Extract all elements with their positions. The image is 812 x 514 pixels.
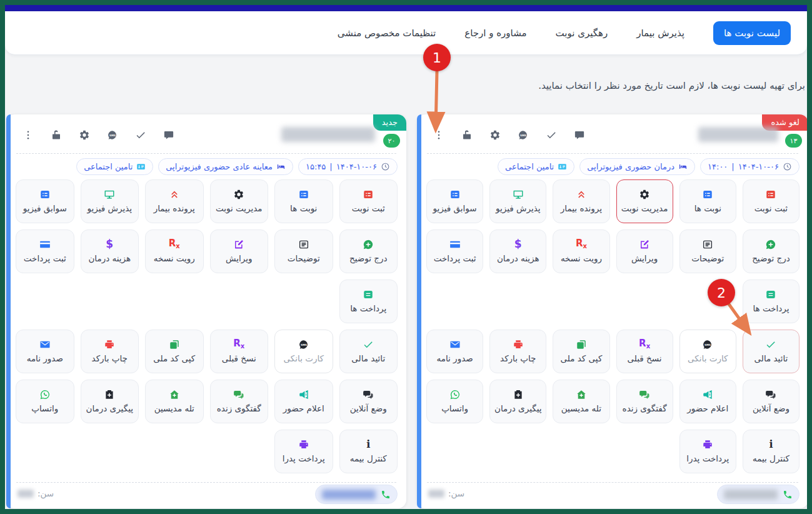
action-button[interactable]: ویرایش — [210, 229, 269, 273]
action-button[interactable]: سوابق فیزیو — [16, 179, 74, 223]
phone-pill[interactable] — [315, 485, 398, 504]
action-button[interactable]: پرونده بیمار — [553, 179, 609, 223]
action-button[interactable]: واتساپ — [426, 380, 483, 423]
gear-icon[interactable] — [489, 129, 501, 141]
tab-appointments-list[interactable]: لیست نوبت ها — [713, 21, 791, 45]
action-button[interactable]: کپی کد ملی — [145, 330, 204, 373]
action-button[interactable]: اعلام حضور — [274, 380, 333, 423]
sms-icon[interactable]: SMS — [518, 129, 529, 141]
action-button[interactable]: واتساپ — [16, 380, 74, 423]
kebab-menu-icon[interactable] — [23, 129, 34, 141]
action-button[interactable]: iکنترل بیمه — [743, 430, 799, 473]
action-row: iکنترل بیمهپرداخت پدرا — [426, 430, 799, 473]
action-button[interactable]: $هزینه درمان — [81, 229, 139, 273]
lock-open-icon[interactable] — [461, 129, 473, 141]
schedule-tag: ۱۴۰۴-۱۰-۰۶ | ۱۴:۰۰ — [700, 158, 799, 175]
action-row: پرداخت ها — [426, 280, 799, 323]
action-button[interactable]: گفتگوی زنده — [616, 380, 673, 423]
check-icon[interactable] — [135, 129, 146, 141]
action-button[interactable]: درج توضیح — [743, 229, 799, 273]
phone-icon — [783, 490, 793, 500]
action-button[interactable]: پرداخت پدرا — [679, 430, 736, 473]
action-button[interactable]: ویرایش — [616, 229, 673, 273]
action-button-label: گفتگوی زنده — [623, 403, 667, 415]
action-button[interactable]: پرداخت پدرا — [274, 430, 333, 473]
action-button[interactable]: تله مدیسین — [553, 380, 609, 423]
phone-icon — [381, 490, 391, 500]
action-button[interactable]: ثبت پرداخت — [16, 229, 74, 273]
tab-secretary-settings[interactable]: تنظیمات مخصوص منشی — [338, 28, 436, 39]
action-button[interactable]: تائید مالی — [743, 330, 799, 373]
action-button[interactable]: ثبت نوبت — [339, 179, 398, 223]
phone-pill[interactable] — [717, 485, 799, 504]
action-button[interactable]: مدیریت نوبت — [616, 179, 673, 223]
action-button[interactable]: توضیحات — [679, 229, 736, 273]
action-button[interactable]: وضع آنلاین — [743, 380, 799, 423]
action-button[interactable]: تله مدیسین — [145, 380, 204, 423]
printer-icon — [702, 439, 713, 450]
megaphone-icon — [702, 389, 713, 400]
action-button[interactable]: صدور نامه — [16, 330, 74, 373]
chat-icon[interactable] — [574, 129, 585, 141]
sms-icon[interactable]: SMS — [107, 129, 118, 141]
action-button[interactable]: Rxنسخ قبلی — [210, 330, 269, 373]
action-button[interactable]: $هزینه درمان — [489, 229, 546, 273]
tab-appointment-tracking[interactable]: رهگیری نوبت — [556, 28, 608, 39]
action-button[interactable]: درج توضیح — [339, 229, 398, 273]
action-button[interactable]: Rxرویت نسخه — [145, 229, 204, 273]
kebab-menu-icon[interactable] — [433, 129, 444, 141]
bed-icon — [678, 162, 688, 171]
action-button[interactable]: پذیرش فیزیو — [489, 179, 546, 223]
action-button[interactable]: iکنترل بیمه — [339, 430, 398, 473]
chat-icon[interactable] — [163, 129, 174, 141]
action-button[interactable]: مدیریت نوبت — [210, 179, 269, 223]
action-button[interactable]: پیگیری درمان — [81, 380, 139, 423]
action-button[interactable]: گفتگوی زنده — [210, 380, 269, 423]
action-button-label: رویت نسخه — [154, 253, 195, 265]
action-button[interactable]: کپی کد ملی — [553, 330, 609, 373]
pen-square-icon — [233, 239, 244, 250]
action-button-label: درج توضیح — [349, 253, 388, 265]
rx-icon: Rx — [576, 239, 587, 250]
gear-icon[interactable] — [79, 129, 90, 141]
tag-row: ۱۴۰۴-۱۰-۰۶ | ۱۴:۰۰ درمان حضوری فیزیوتراپ… — [498, 158, 799, 175]
action-row: وضع آنلایناعلام حضورگفتگوی زندهتله مدیسی… — [16, 380, 398, 423]
tab-patient-admission[interactable]: پذیرش بیمار — [636, 28, 684, 39]
action-button[interactable]: پیگیری درمان — [489, 380, 546, 423]
action-button[interactable]: نوبت ها — [679, 179, 736, 223]
action-button-label: پرداخت ها — [753, 303, 789, 315]
action-button[interactable]: ثبت نوبت — [743, 179, 799, 223]
action-button[interactable]: پذیرش فیزیو — [81, 179, 139, 223]
action-button[interactable]: اعلام حضور — [679, 380, 736, 423]
patient-name-redacted — [281, 127, 375, 142]
action-row: ثبت نوبتنوبت هامدیریت نوبتپرونده بیمارپذ… — [426, 179, 799, 223]
action-button[interactable]: چاپ بارکد — [81, 330, 139, 373]
action-button[interactable]: Rxنسخ قبلی — [616, 330, 673, 373]
action-button[interactable]: تائید مالی — [339, 330, 398, 373]
action-button[interactable]: وضع آنلاین — [339, 380, 398, 423]
action-button[interactable]: Rxرویت نسخه — [553, 229, 609, 273]
schedule-time: ۱۴:۰۰ — [708, 162, 728, 171]
action-button[interactable]: چاپ بارکد — [489, 330, 546, 373]
card-accent-bar — [6, 114, 11, 508]
action-button[interactable]: صدور نامه — [426, 330, 483, 373]
tab-consult-referral[interactable]: مشاوره و ارجاع — [464, 28, 526, 39]
action-button[interactable]: SMSکارت بانکی — [274, 330, 333, 373]
action-button[interactable]: پرداخت ها — [339, 280, 398, 323]
action-button[interactable]: ثبت پرداخت — [426, 229, 483, 273]
action-button-label: پذیرش فیزیو — [496, 203, 541, 214]
action-button[interactable]: پرداخت ها — [743, 280, 799, 323]
lock-open-icon[interactable] — [51, 129, 62, 141]
insurance-tag: تامین اجتماعی — [498, 158, 574, 175]
clipboard-plus-icon — [104, 389, 115, 400]
action-button[interactable]: نوبت ها — [274, 179, 333, 223]
action-button[interactable]: سوابق فیزیو — [426, 179, 483, 223]
action-button[interactable]: پرونده بیمار — [145, 179, 204, 223]
check-icon[interactable] — [546, 129, 557, 141]
action-button[interactable]: توضیحات — [274, 229, 333, 273]
list-icon — [449, 189, 461, 200]
action-button-label: چاپ بارکد — [92, 353, 128, 365]
action-button[interactable]: SMSکارت بانکی — [679, 330, 736, 373]
angles-up-icon — [169, 189, 180, 200]
credit-card-icon — [39, 239, 51, 250]
